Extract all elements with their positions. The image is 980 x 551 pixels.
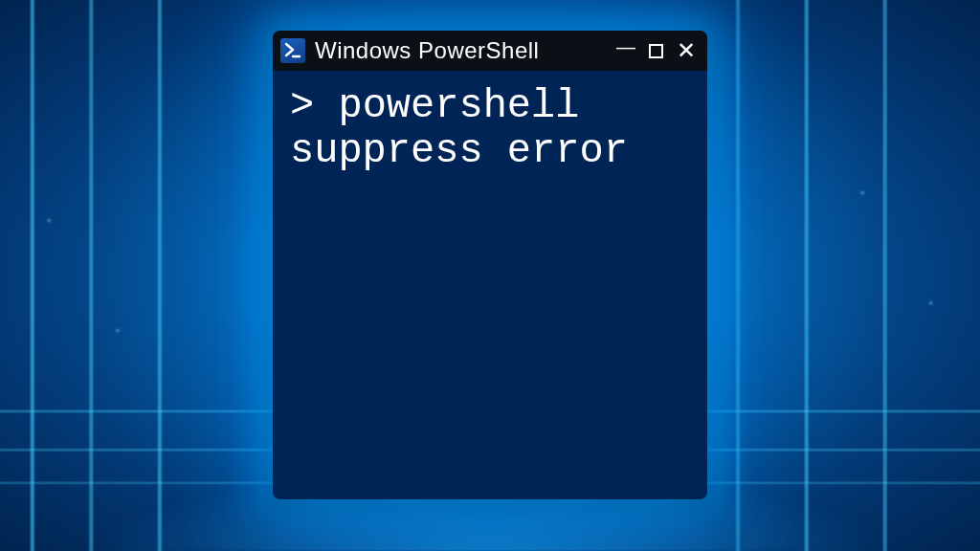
terminal-content[interactable]: > powershell suppress error [273, 71, 707, 499]
minimize-button[interactable]: — [616, 37, 635, 56]
powershell-window: Windows PowerShell — ✕ > powershell supp… [273, 31, 707, 499]
titlebar[interactable]: Windows PowerShell — ✕ [273, 31, 707, 71]
window-title: Windows PowerShell [315, 37, 539, 64]
window-controls: — ✕ [616, 39, 696, 62]
maximize-button[interactable] [649, 44, 663, 58]
powershell-icon [280, 38, 305, 63]
close-button[interactable]: ✕ [677, 39, 696, 62]
prompt-symbol: > [290, 83, 338, 129]
command-text: powershell suppress error [290, 83, 628, 174]
